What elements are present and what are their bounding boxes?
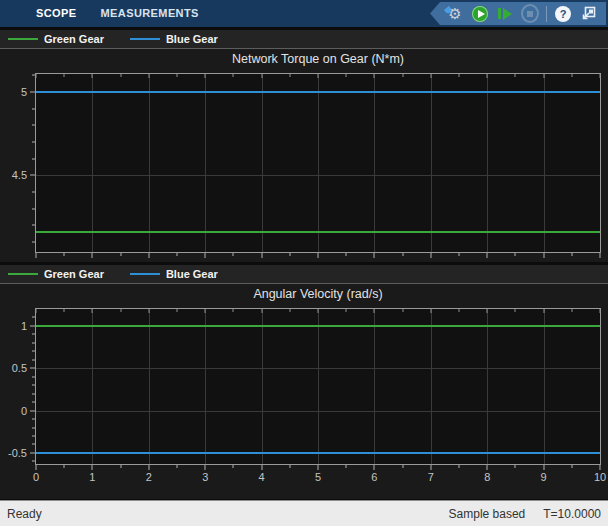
x-tick-minor	[64, 465, 65, 468]
y-tick-minor	[32, 402, 35, 403]
run-icon	[472, 6, 488, 22]
series-line-green-gear	[36, 325, 600, 327]
status-text: Ready	[7, 507, 449, 521]
x-tick-major	[374, 253, 375, 258]
x-tick-top-minor	[571, 309, 572, 312]
y-tick-minor	[32, 342, 35, 343]
velocity-plot-canvas[interactable]: 01234567891010.50-0.5	[35, 308, 601, 465]
x-tick-minor	[64, 253, 65, 256]
x-tick-top-minor	[459, 74, 460, 77]
y-gridline	[36, 411, 600, 412]
stop-icon	[521, 4, 539, 23]
x-gridline	[431, 74, 432, 252]
x-tick-top-minor	[515, 74, 516, 77]
y-tick-minor	[32, 208, 35, 209]
y-tick-label: 4.5	[12, 169, 27, 181]
y-tick-minor	[32, 419, 35, 420]
torque-plot-canvas[interactable]: 54.5	[35, 73, 601, 253]
y-tick-minor	[32, 444, 35, 445]
x-gridline	[487, 309, 488, 464]
y-tick-minor	[32, 158, 35, 159]
x-tick-minor	[177, 253, 178, 256]
x-tick-major	[205, 253, 206, 258]
y-tick-minor	[32, 141, 35, 142]
y-tick-major	[30, 325, 35, 326]
y-tick-minor	[32, 191, 35, 192]
x-tick-top-major	[600, 74, 601, 78]
x-tick-top-minor	[120, 309, 121, 312]
series-line-blue-gear	[36, 452, 600, 454]
status-bar: Ready Sample based T=10.0000	[0, 500, 608, 526]
x-tick-top-major	[374, 309, 375, 313]
x-tick-top-minor	[233, 74, 234, 77]
x-gridline	[205, 309, 206, 464]
x-tick-top-minor	[346, 309, 347, 312]
y-tick-minor	[32, 75, 35, 76]
x-gridline	[318, 74, 319, 252]
tab-measurements[interactable]: MEASUREMENTS	[89, 0, 211, 27]
x-tick-label: 3	[202, 471, 208, 483]
x-tick-minor	[289, 465, 290, 468]
x-tick-top-minor	[120, 74, 121, 77]
legend-line-swatch	[8, 273, 38, 275]
step-forward-button[interactable]	[496, 5, 514, 23]
x-tick-top-major	[92, 309, 93, 313]
y-tick-minor	[32, 359, 35, 360]
x-tick-top-major	[600, 309, 601, 313]
x-tick-minor	[571, 465, 572, 468]
y-tick-minor	[32, 108, 35, 109]
legend-row-velocity: Green GearBlue Gear	[0, 265, 608, 284]
x-tick-minor	[120, 465, 121, 468]
x-tick-top-major	[487, 74, 488, 78]
legend-row-torque: Green GearBlue Gear	[0, 30, 608, 49]
y-tick-minor	[32, 393, 35, 394]
torque-plot-panel: Network Torque on Gear (N*m) 54.5	[0, 49, 608, 262]
y-tick-minor	[32, 334, 35, 335]
x-tick-label: 7	[428, 471, 434, 483]
legend-item-blue-gear[interactable]: Blue Gear	[130, 268, 218, 280]
x-tick-minor	[233, 465, 234, 468]
legend-line-swatch	[130, 38, 160, 40]
legend-item-blue-gear[interactable]: Blue Gear	[130, 33, 218, 45]
x-gridline	[205, 74, 206, 252]
x-tick-major	[430, 465, 431, 470]
tab-scope[interactable]: SCOPE	[24, 0, 89, 27]
legend-label: Green Gear	[44, 33, 104, 45]
stop-button[interactable]	[521, 5, 539, 23]
help-icon: ?	[555, 6, 571, 22]
legend-label: Blue Gear	[166, 33, 218, 45]
x-gridline	[92, 74, 93, 252]
x-tick-major	[487, 465, 488, 470]
x-tick-top-minor	[515, 309, 516, 312]
x-tick-top-major	[487, 309, 488, 313]
x-tick-major	[205, 465, 206, 470]
x-tick-minor	[459, 465, 460, 468]
simulation-settings-button[interactable]: ⚙	[446, 5, 464, 23]
x-tick-top-major	[205, 74, 206, 78]
legend-item-green-gear[interactable]: Green Gear	[8, 33, 104, 45]
velocity-plot-panel: Angular Velocity (rad/s) 01234567891010.…	[0, 284, 608, 499]
x-tick-minor	[233, 253, 234, 256]
x-tick-minor	[346, 253, 347, 256]
toolbar-separator	[546, 6, 547, 22]
x-gridline	[487, 74, 488, 252]
y-tick-minor	[32, 461, 35, 462]
x-tick-top-major	[205, 309, 206, 313]
y-tick-label: 1	[21, 320, 27, 332]
x-tick-top-minor	[402, 74, 403, 77]
legend-item-green-gear[interactable]: Green Gear	[8, 268, 104, 280]
y-tick-major	[30, 91, 35, 92]
x-tick-minor	[515, 253, 516, 256]
x-tick-top-minor	[289, 309, 290, 312]
x-gridline	[374, 309, 375, 464]
x-tick-label: 5	[315, 471, 321, 483]
x-gridline	[92, 309, 93, 464]
y-tick-major	[30, 410, 35, 411]
sample-mode-label: Sample based	[449, 507, 526, 521]
y-tick-minor	[32, 427, 35, 428]
dock-button[interactable]	[579, 5, 597, 23]
run-button[interactable]	[471, 5, 489, 23]
help-button[interactable]: ?	[554, 5, 572, 23]
x-tick-top-major	[318, 309, 319, 313]
x-gridline	[262, 74, 263, 252]
